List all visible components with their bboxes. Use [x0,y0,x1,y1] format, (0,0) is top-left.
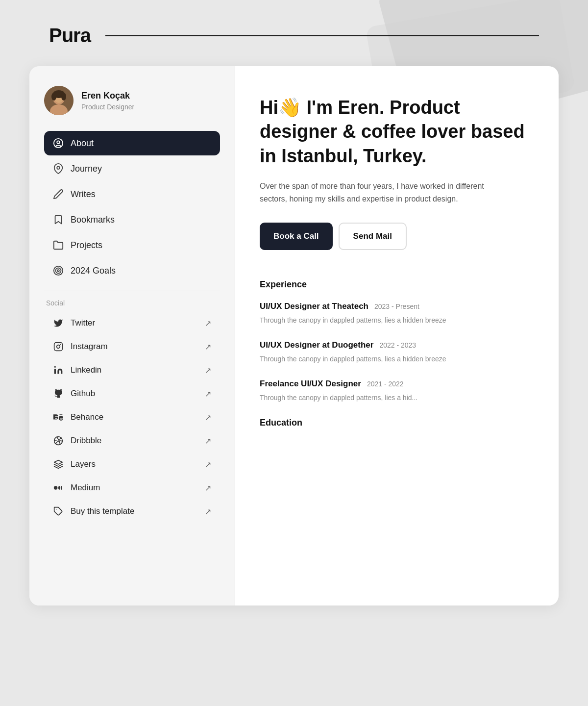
svg-point-19 [54,486,58,490]
layers-icon [53,459,64,470]
svg-point-5 [51,93,56,101]
buy-arrow-icon: ↗ [205,507,211,516]
exp-desc-3: Through the canopy in dappled patterns, … [260,393,534,403]
behance-arrow-icon: ↗ [205,413,211,422]
svg-point-20 [58,486,60,490]
header-line [105,35,539,36]
main-content: Hi👋 I'm Eren. Product designer & coffee … [235,66,559,605]
app-title: Pura [49,25,91,47]
nav-item-bookmarks[interactable]: Bookmarks [44,207,220,232]
nav-journey-label: Journey [71,164,102,174]
folder-icon [53,240,64,251]
social-item-behance[interactable]: Behance ↗ [44,406,220,429]
target-icon [53,265,64,276]
svg-point-6 [61,93,66,101]
exp-desc-1: Through the canopy in dappled patterns, … [260,315,534,326]
svg-rect-13 [54,343,63,351]
nav-item-journey[interactable]: Journey [44,156,220,181]
action-buttons: Book a Call Send Mail [260,223,534,250]
experience-section-title: Experience [260,279,534,290]
exp-period-1: 2023 - Present [374,303,419,310]
exp-company-1: UI/UX Designer at Theatech [260,302,368,311]
instagram-arrow-icon: ↗ [205,342,211,352]
header: Pura [0,0,588,66]
social-instagram-label: Instagram [71,342,108,352]
twitter-icon [53,318,64,328]
svg-point-9 [57,166,60,169]
pencil-icon [53,189,64,200]
tag-icon [53,506,64,517]
exp-desc-2: Through the canopy in dappled patterns, … [260,354,534,364]
social-linkedin-label: Linkedin [71,365,101,375]
medium-arrow-icon: ↗ [205,483,211,493]
nav-about-label: About [71,138,94,149]
exp-period-2: 2022 - 2023 [379,341,416,349]
book-call-button[interactable]: Book a Call [260,223,333,250]
nav-item-projects[interactable]: Projects [44,233,220,257]
social-twitter-label: Twitter [71,318,95,328]
svg-point-12 [57,270,59,272]
social-buy-label: Buy this template [71,506,134,516]
social-item-medium[interactable]: Medium ↗ [44,477,220,499]
nav-item-writes[interactable]: Writes [44,182,220,206]
social-label: Social [44,299,220,307]
social-item-twitter[interactable]: Twitter ↗ [44,312,220,334]
map-pin-icon [53,163,64,174]
dribbble-icon [53,435,64,446]
svg-point-11 [56,268,61,274]
avatar-svg [44,86,74,115]
main-card: Eren Koçak Product Designer About [29,66,559,605]
linkedin-icon [53,365,64,376]
social-item-layers[interactable]: Layers ↗ [44,453,220,476]
profile-name: Eren Koçak [81,90,134,101]
nav-goals-label: 2024 Goals [71,266,116,276]
profile-role: Product Designer [81,103,134,111]
social-item-dribbble[interactable]: Dribbble ↗ [44,429,220,452]
education-section-title: Education [260,418,534,428]
social-layers-label: Layers [71,459,96,469]
exp-company-3: Freelance UI/UX Designer [260,379,361,389]
exp-company-2: UI/UX Designer at Duogether [260,340,373,350]
social-medium-label: Medium [71,483,100,493]
dribbble-arrow-icon: ↗ [205,436,211,446]
experience-item-1: UI/UX Designer at Theatech 2023 - Presen… [260,302,534,326]
user-circle-icon [53,138,64,149]
nav-section: About Journey Writes [44,131,220,283]
social-github-label: Github [71,389,95,399]
hero-text: Hi👋 I'm Eren. Product designer & coffee … [260,96,534,168]
svg-rect-15 [54,369,56,374]
exp-period-3: 2021 - 2022 [367,380,404,388]
svg-point-22 [61,487,62,489]
social-item-github[interactable]: Github ↗ [44,382,220,405]
social-behance-label: Behance [71,412,103,422]
bio-text: Over the span of more than four years, I… [260,180,505,205]
nav-divider [44,291,220,291]
nav-item-about[interactable]: About [44,131,220,155]
github-icon [53,388,64,399]
nav-projects-label: Projects [71,240,102,251]
send-mail-button[interactable]: Send Mail [339,223,407,250]
bookmark-icon [53,214,64,225]
profile-section: Eren Koçak Product Designer [44,86,220,115]
sidebar: Eren Koçak Product Designer About [29,66,235,605]
nav-writes-label: Writes [71,189,96,200]
svg-marker-18 [54,460,63,464]
linkedin-arrow-icon: ↗ [205,366,211,375]
twitter-arrow-icon: ↗ [205,319,211,328]
medium-icon [53,482,64,493]
social-item-instagram[interactable]: Instagram ↗ [44,335,220,358]
social-item-linkedin[interactable]: Linkedin ↗ [44,359,220,381]
social-item-buy-template[interactable]: Buy this template ↗ [44,500,220,523]
svg-point-8 [57,141,60,144]
experience-item-2: UI/UX Designer at Duogether 2022 - 2023 … [260,340,534,364]
nav-bookmarks-label: Bookmarks [71,215,115,225]
nav-item-goals[interactable]: 2024 Goals [44,258,220,283]
social-dribbble-label: Dribbble [71,436,101,446]
github-arrow-icon: ↗ [205,389,211,399]
svg-point-16 [54,366,56,368]
profile-info: Eren Koçak Product Designer [81,90,134,110]
avatar [44,86,74,115]
behance-icon [53,412,64,423]
experience-item-3: Freelance UI/UX Designer 2021 - 2022 Thr… [260,379,534,403]
instagram-icon [53,341,64,352]
